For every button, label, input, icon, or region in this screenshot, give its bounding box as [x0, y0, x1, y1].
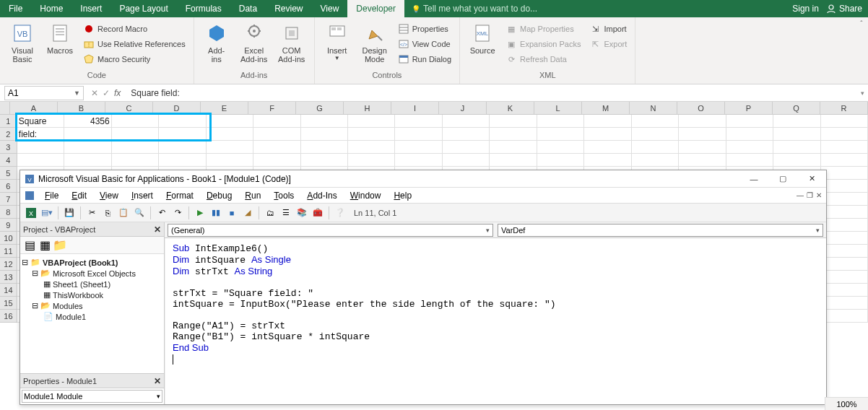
cell[interactable]: [632, 115, 679, 128]
find-icon[interactable]: 🔍: [133, 206, 146, 219]
cell[interactable]: [301, 128, 348, 141]
cell[interactable]: [537, 128, 584, 141]
code-object-dropdown[interactable]: (General)▾: [168, 224, 493, 237]
expand-formula-bar-icon[interactable]: ▾: [856, 90, 868, 97]
cell[interactable]: [773, 141, 820, 154]
cell[interactable]: [821, 258, 868, 271]
cell[interactable]: [821, 232, 868, 245]
project-explorer-icon[interactable]: 🗂: [264, 206, 277, 219]
cell[interactable]: [726, 115, 773, 128]
code-procedure-dropdown[interactable]: VarDef▾: [498, 224, 823, 237]
column-header[interactable]: B: [58, 102, 105, 114]
row-header[interactable]: 13: [0, 271, 17, 284]
tab-file[interactable]: File: [0, 0, 31, 17]
macros-button[interactable]: Macros: [42, 20, 78, 71]
vba-menu-run[interactable]: Run: [239, 189, 266, 202]
cell[interactable]: [112, 128, 159, 141]
cell[interactable]: [112, 115, 159, 128]
visual-basic-button[interactable]: VB Visual Basic: [4, 20, 40, 71]
column-header[interactable]: A: [10, 102, 58, 114]
cell[interactable]: [443, 115, 490, 128]
vba-menu-debug[interactable]: Debug: [201, 189, 238, 202]
code-editor[interactable]: Sub IntExample6() Dim intSquare As Singl…: [165, 238, 826, 404]
cell[interactable]: [679, 154, 726, 167]
cell[interactable]: [821, 219, 868, 232]
cell[interactable]: [301, 115, 348, 128]
column-header[interactable]: Q: [773, 102, 820, 114]
cell[interactable]: [679, 115, 726, 128]
row-header[interactable]: 14: [0, 284, 17, 297]
share-button[interactable]: Share: [826, 4, 862, 14]
stop-icon[interactable]: ■: [225, 206, 238, 219]
cell[interactable]: [17, 141, 64, 154]
cell[interactable]: [821, 141, 868, 154]
save-icon[interactable]: 💾: [63, 206, 76, 219]
cell[interactable]: [301, 154, 348, 167]
design-mode-tb-icon[interactable]: ◢: [241, 206, 254, 219]
object-browser-icon[interactable]: 📚: [295, 206, 308, 219]
select-all-corner[interactable]: [0, 102, 10, 114]
tab-view[interactable]: View: [312, 0, 348, 17]
cell[interactable]: [443, 128, 490, 141]
cell[interactable]: [64, 141, 111, 154]
properties-object-select[interactable]: Module1 Module▾: [22, 390, 162, 403]
cell[interactable]: [159, 141, 206, 154]
cell[interactable]: [821, 206, 868, 219]
cell[interactable]: 4356: [64, 115, 111, 128]
cell[interactable]: [584, 154, 631, 167]
cell[interactable]: [821, 180, 868, 193]
mdi-close-button[interactable]: ✕: [816, 191, 822, 199]
column-header[interactable]: N: [630, 102, 677, 114]
cell[interactable]: [584, 115, 631, 128]
formula-bar-input[interactable]: Square field:: [126, 87, 856, 100]
excel-addins-button[interactable]: Excel Add-ins: [236, 20, 272, 71]
cell[interactable]: [395, 154, 442, 167]
cell[interactable]: [64, 128, 111, 141]
tab-review[interactable]: Review: [266, 0, 311, 17]
cell[interactable]: [348, 115, 395, 128]
row-header[interactable]: 11: [0, 245, 17, 258]
cell[interactable]: [773, 128, 820, 141]
cell[interactable]: Square field:: [17, 115, 64, 128]
column-header[interactable]: E: [201, 102, 248, 114]
vba-menu-tools[interactable]: Tools: [268, 189, 300, 202]
cell[interactable]: [253, 154, 300, 167]
column-header[interactable]: H: [344, 102, 391, 114]
help-icon[interactable]: ❔: [334, 206, 347, 219]
view-code-button[interactable]: </>View Code: [396, 37, 453, 51]
cell[interactable]: [537, 141, 584, 154]
addins-button[interactable]: Add- ins: [199, 20, 235, 71]
cell[interactable]: [490, 115, 537, 128]
column-header[interactable]: C: [105, 102, 153, 114]
row-header[interactable]: 16: [0, 310, 17, 323]
project-tree[interactable]: ⊟📁VBAProject (Book1) ⊟📂Microsoft Excel O…: [20, 254, 164, 373]
insert-control-button[interactable]: Insert▼: [319, 20, 355, 71]
view-code-tree-icon[interactable]: ▤: [23, 239, 36, 252]
xml-export-button[interactable]: ⇱Export: [587, 37, 629, 51]
project-panel-close-button[interactable]: ✕: [154, 224, 161, 235]
column-header[interactable]: O: [677, 102, 725, 114]
vba-maximize-button[interactable]: ▢: [768, 170, 797, 188]
tab-insert[interactable]: Insert: [71, 0, 110, 17]
vba-minimize-button[interactable]: ―: [739, 170, 768, 188]
row-header[interactable]: 12: [0, 258, 17, 271]
record-macro-button[interactable]: Record Macro: [81, 22, 188, 36]
cell[interactable]: [348, 154, 395, 167]
cell[interactable]: [632, 128, 679, 141]
tell-me-search[interactable]: Tell me what you want to do...: [404, 4, 792, 14]
column-header[interactable]: F: [248, 102, 296, 114]
macro-security-button[interactable]: Macro Security: [81, 52, 188, 66]
cell[interactable]: [395, 115, 442, 128]
map-properties-button[interactable]: ▦Map Properties: [503, 22, 583, 36]
vba-titlebar[interactable]: V Microsoft Visual Basic for Application…: [20, 170, 826, 188]
vba-menu-help[interactable]: Help: [388, 189, 417, 202]
cell[interactable]: [679, 141, 726, 154]
vba-menu-edit[interactable]: Edit: [66, 189, 92, 202]
cell[interactable]: [490, 141, 537, 154]
toggle-folders-icon[interactable]: 📁: [53, 239, 66, 252]
properties-panel-close-button[interactable]: ✕: [154, 376, 161, 386]
cell[interactable]: [726, 141, 773, 154]
row-header[interactable]: 2: [0, 128, 17, 141]
row-header[interactable]: 7: [0, 193, 17, 206]
cell[interactable]: [159, 154, 206, 167]
